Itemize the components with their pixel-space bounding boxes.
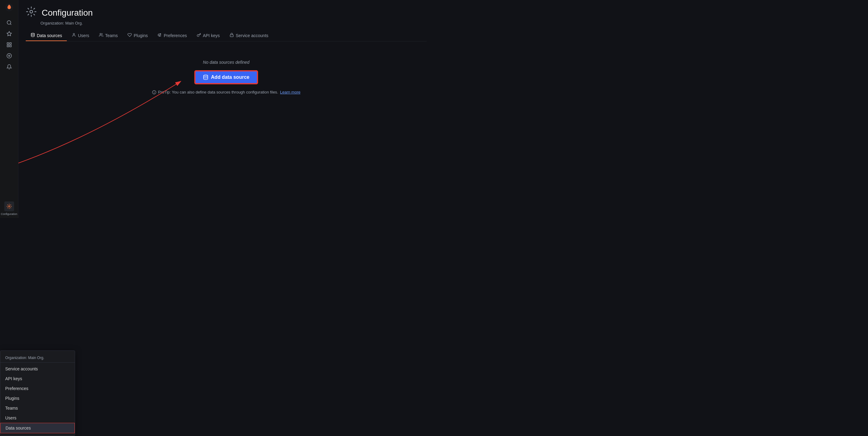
tab-preferences-label: Preferences — [164, 33, 187, 38]
tabs: Data sources Users Teams — [26, 30, 427, 41]
teams-tab-icon — [99, 33, 103, 38]
sidebar-explore[interactable] — [4, 51, 14, 61]
grafana-logo[interactable] — [4, 2, 14, 12]
tab-service-accounts[interactable]: Service accounts — [225, 30, 273, 41]
svg-point-24 — [154, 93, 154, 93]
svg-point-9 — [8, 55, 10, 57]
svg-point-2 — [7, 21, 11, 24]
datasource-tab-icon — [31, 33, 35, 38]
learn-more-link[interactable]: Learn more — [280, 90, 300, 94]
empty-message: No data sources defined — [203, 60, 249, 65]
sidebar-bottom: Configuration — [0, 201, 18, 215]
sidebar-dashboards[interactable] — [4, 40, 14, 50]
svg-marker-3 — [7, 32, 11, 36]
tab-plugins[interactable]: Plugins — [123, 30, 153, 41]
tab-api-keys[interactable]: API keys — [192, 30, 225, 41]
tab-teams-label: Teams — [105, 33, 118, 38]
main-content: Configuration Organization: Main Org. Da… — [19, 0, 434, 218]
tab-service-accounts-label: Service accounts — [236, 33, 269, 38]
users-tab-icon — [72, 33, 76, 38]
config-icon — [26, 6, 37, 20]
svg-point-8 — [7, 54, 11, 58]
tab-data-sources[interactable]: Data sources — [26, 30, 67, 41]
preferences-tab-icon — [158, 33, 162, 38]
svg-point-1 — [8, 6, 10, 8]
svg-point-11 — [30, 10, 33, 13]
protip-text: ProTip: You can also define data sources… — [158, 90, 278, 94]
svg-point-18 — [158, 35, 158, 35]
svg-point-14 — [100, 33, 101, 35]
svg-rect-4 — [7, 42, 8, 44]
tab-users-label: Users — [78, 33, 89, 38]
tab-api-keys-label: API keys — [203, 33, 220, 38]
svg-rect-5 — [9, 42, 11, 44]
tab-teams[interactable]: Teams — [94, 30, 123, 41]
plugins-tab-icon — [127, 33, 132, 38]
tab-preferences[interactable]: Preferences — [153, 30, 192, 41]
svg-rect-21 — [230, 35, 234, 36]
svg-rect-6 — [7, 46, 8, 47]
tab-plugins-label: Plugins — [134, 33, 148, 38]
tab-users[interactable]: Users — [67, 30, 94, 41]
svg-point-13 — [73, 33, 75, 35]
sidebar-configuration[interactable] — [4, 201, 14, 211]
content-area: No data sources defined Add data source … — [19, 41, 434, 218]
service-accounts-tab-icon — [229, 33, 234, 38]
sidebar-alerting[interactable] — [4, 62, 14, 72]
page-subtitle: Organization: Main Org. — [40, 21, 427, 25]
page-title: Configuration — [42, 8, 93, 18]
api-keys-tab-icon — [197, 33, 201, 38]
add-datasource-button[interactable]: Add data source — [195, 71, 257, 84]
sidebar: Configuration — [0, 0, 19, 218]
add-datasource-label: Add data source — [211, 75, 249, 80]
svg-point-22 — [204, 75, 208, 77]
protip: ProTip: You can also define data sources… — [152, 90, 300, 94]
page-header: Configuration Organization: Main Org. Da… — [19, 0, 434, 41]
tab-datasources-label: Data sources — [37, 33, 62, 38]
svg-rect-7 — [9, 46, 11, 47]
empty-state: No data sources defined Add data source … — [19, 41, 434, 107]
svg-point-10 — [8, 206, 10, 207]
sidebar-starred[interactable] — [4, 29, 14, 39]
config-label: Configuration — [1, 212, 18, 215]
sidebar-search[interactable] — [4, 18, 14, 28]
page-title-row: Configuration — [26, 6, 427, 20]
svg-point-12 — [31, 33, 35, 34]
